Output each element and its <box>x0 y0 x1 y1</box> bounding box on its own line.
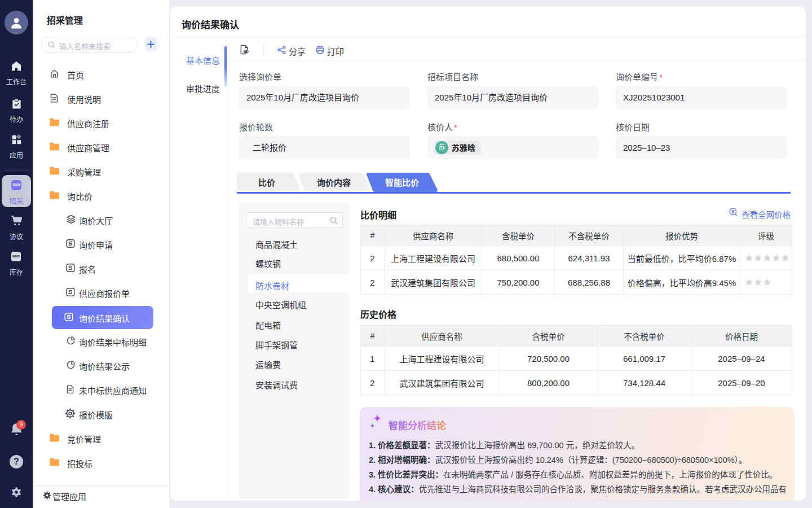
svg-text:询价内容: 询价内容 <box>317 178 351 187</box>
svg-text:智能比价: 智能比价 <box>385 178 420 187</box>
svg-text:比价: 比价 <box>258 178 276 187</box>
